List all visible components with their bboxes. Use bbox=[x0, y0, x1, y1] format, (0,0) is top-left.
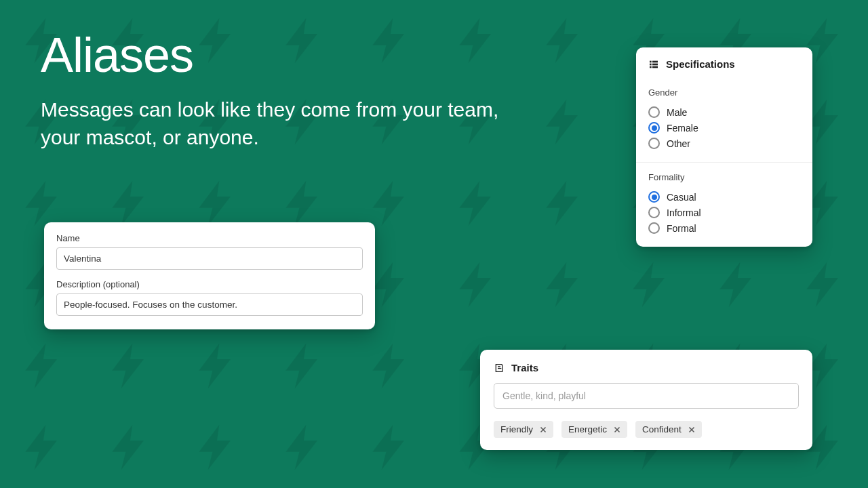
specifications-icon bbox=[648, 59, 659, 70]
formality-option-casual[interactable]: Casual bbox=[648, 189, 800, 205]
svg-rect-5 bbox=[652, 66, 658, 68]
trait-tag-energetic: Energetic bbox=[561, 421, 627, 438]
radio-icon bbox=[648, 222, 660, 234]
gender-label: Gender bbox=[648, 87, 800, 98]
svg-rect-2 bbox=[650, 63, 652, 65]
svg-rect-0 bbox=[650, 60, 652, 62]
svg-rect-4 bbox=[650, 66, 652, 68]
traits-input[interactable] bbox=[494, 383, 799, 409]
close-icon[interactable] bbox=[538, 425, 548, 434]
formality-option-formal[interactable]: Formal bbox=[648, 220, 800, 236]
page-title: Aliases bbox=[41, 27, 529, 83]
specifications-card: Specifications Gender Male Female Other … bbox=[636, 47, 812, 247]
traits-icon bbox=[494, 363, 505, 373]
formality-option-label: Formal bbox=[667, 223, 696, 234]
formality-option-label: Casual bbox=[667, 192, 696, 203]
formality-label: Formality bbox=[648, 172, 800, 182]
trait-tag-label: Confident bbox=[642, 424, 682, 434]
name-field-group: Name bbox=[56, 233, 363, 270]
radio-icon bbox=[648, 191, 660, 203]
traits-card: Traits Friendly Energetic Confident bbox=[480, 350, 812, 450]
formality-section: Formality Casual Informal Formal bbox=[636, 162, 812, 247]
alias-name-card: Name Description (optional) bbox=[44, 222, 375, 329]
radio-icon bbox=[648, 138, 660, 149]
hero-section: Aliases Messages can look like they come… bbox=[41, 27, 529, 151]
gender-option-male[interactable]: Male bbox=[648, 104, 800, 120]
radio-icon bbox=[648, 122, 660, 134]
name-input[interactable] bbox=[56, 247, 363, 270]
radio-icon bbox=[648, 106, 660, 118]
formality-option-label: Informal bbox=[667, 207, 701, 218]
specifications-header: Specifications bbox=[636, 47, 812, 78]
name-label: Name bbox=[56, 233, 363, 243]
radio-icon bbox=[648, 207, 660, 218]
trait-tag-friendly: Friendly bbox=[494, 421, 553, 438]
traits-body: Friendly Energetic Confident bbox=[480, 380, 812, 438]
formality-option-informal[interactable]: Informal bbox=[648, 205, 800, 220]
close-icon[interactable] bbox=[687, 425, 696, 434]
gender-option-female[interactable]: Female bbox=[648, 120, 800, 136]
page-subtitle: Messages can look like they come from yo… bbox=[41, 96, 529, 151]
trait-tag-confident: Confident bbox=[635, 421, 702, 438]
svg-rect-1 bbox=[652, 60, 658, 62]
gender-option-other[interactable]: Other bbox=[648, 136, 800, 151]
gender-option-label: Other bbox=[667, 138, 690, 149]
close-icon[interactable] bbox=[612, 425, 622, 434]
traits-title: Traits bbox=[511, 362, 538, 373]
description-field-group: Description (optional) bbox=[56, 279, 363, 316]
gender-option-label: Male bbox=[667, 107, 687, 118]
specifications-title: Specifications bbox=[666, 58, 735, 70]
description-label: Description (optional) bbox=[56, 279, 363, 289]
trait-tag-label: Energetic bbox=[568, 424, 607, 434]
svg-rect-3 bbox=[652, 63, 658, 65]
traits-header: Traits bbox=[480, 350, 812, 380]
gender-option-label: Female bbox=[667, 123, 698, 134]
trait-tag-label: Friendly bbox=[500, 424, 533, 434]
traits-tag-row: Friendly Energetic Confident bbox=[494, 421, 799, 438]
gender-section: Gender Male Female Other bbox=[636, 78, 812, 162]
description-input[interactable] bbox=[56, 293, 363, 316]
